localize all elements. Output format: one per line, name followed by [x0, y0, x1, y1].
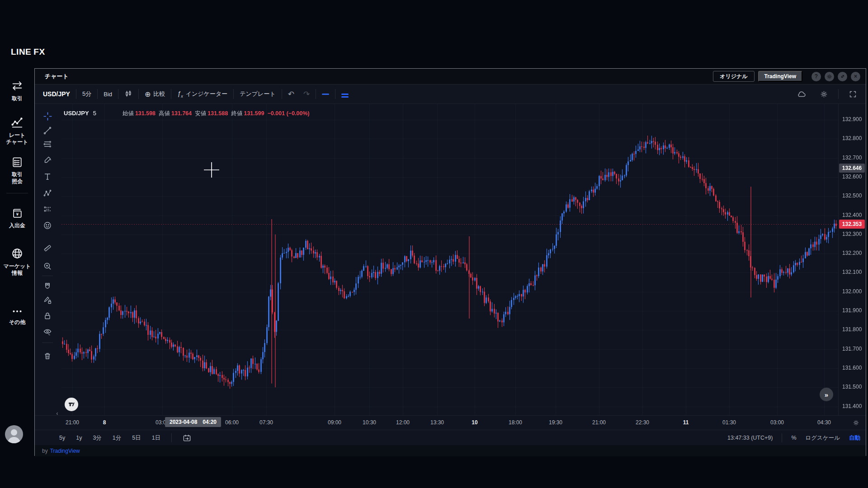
time-tick: 10	[472, 419, 477, 426]
open-value: 131.598	[135, 110, 156, 117]
brush-tool-icon[interactable]	[42, 155, 52, 165]
globe-icon	[10, 247, 24, 260]
time-tick: 01:30	[722, 419, 736, 426]
time-axis[interactable]: 21:00803:0006:0007:3009:0010:3012:0013:3…	[35, 415, 866, 430]
legend-symbol[interactable]: USD/JPY	[64, 110, 89, 117]
tradingview-link[interactable]: TradingView	[50, 448, 80, 454]
chart-toolbar: USD/JPY 5分 Bid ⊕ 比較 ƒx インジケーター テンプレート ↶ …	[35, 84, 866, 104]
price-axis[interactable]: 132.900132.800132.700132.600132.500132.4…	[838, 104, 866, 415]
horizontal-line-icon	[322, 94, 329, 95]
gear-icon[interactable]	[825, 72, 834, 81]
drawing-mode-lock-icon[interactable]	[42, 295, 52, 305]
cloud-icon[interactable]	[792, 90, 811, 98]
gann-fib-tool-icon[interactable]	[42, 139, 52, 149]
footer-by-text: by	[42, 448, 48, 454]
emoji-tool-icon[interactable]	[42, 221, 52, 230]
time-tick: 03:00	[770, 419, 784, 426]
chart-panel: チャート オリジナル TradingView ? × USD/JPY 5分 Bi…	[34, 68, 866, 456]
person-icon	[5, 425, 23, 443]
candle-style-button[interactable]	[120, 90, 137, 98]
price-tick: 131.700	[842, 346, 862, 352]
wallet-yen-icon: ¥	[11, 207, 24, 220]
price-tick: 132.000	[842, 288, 862, 295]
magnet-tool-icon[interactable]	[42, 282, 52, 291]
range-1d-button[interactable]: 1日	[152, 434, 160, 442]
time-tick: 09:00	[328, 419, 341, 426]
high-value: 131.764	[171, 110, 192, 117]
layout-button[interactable]	[337, 91, 353, 98]
interval-button[interactable]: 5分	[78, 90, 96, 98]
double-line-icon	[341, 94, 349, 95]
price-tick: 132.500	[842, 192, 862, 199]
sidebar-item-trade[interactable]: 取引	[0, 79, 34, 102]
time-tick: 10:30	[363, 419, 376, 426]
chart-area[interactable]: USD/JPY 5 始値131.598 高値131.764 安値131.588 …	[35, 104, 866, 456]
range-5d-button[interactable]: 5日	[132, 434, 141, 442]
close-icon[interactable]: ×	[851, 72, 860, 81]
toolbar-right	[792, 84, 861, 103]
scroll-right-chevron-button[interactable]: »	[820, 388, 833, 401]
lock-all-tool-icon[interactable]	[42, 311, 52, 321]
auto-scale-button[interactable]: 自動	[849, 434, 860, 442]
undo-icon[interactable]: ↶	[283, 89, 299, 99]
measure-ruler-icon[interactable]	[42, 243, 52, 253]
tradingview-button[interactable]: TradingView	[758, 71, 802, 82]
percent-scale-button[interactable]: %	[791, 435, 796, 441]
fullscreen-icon[interactable]	[844, 90, 861, 98]
compare-button[interactable]: ⊕ 比較	[140, 90, 170, 99]
settings-gear-icon[interactable]	[816, 90, 832, 98]
goto-date-icon[interactable]	[183, 434, 191, 442]
redo-icon[interactable]: ↷	[299, 89, 314, 99]
price-tick: 132.900	[842, 116, 862, 122]
range-1m-button[interactable]: 1分	[113, 434, 121, 442]
close-value: 131.599	[244, 110, 264, 117]
symbol-button[interactable]: USD/JPY	[38, 90, 75, 98]
range-3m-button[interactable]: 3分	[93, 434, 101, 442]
price-tick: 131.500	[842, 384, 862, 390]
pattern-tool-icon[interactable]	[42, 188, 52, 198]
template-button[interactable]: テンプレート	[235, 90, 280, 98]
zoom-in-tool-icon[interactable]	[42, 261, 52, 271]
crosshair-tool-icon[interactable]	[42, 111, 52, 121]
trend-line-tool-icon[interactable]	[42, 126, 52, 136]
user-avatar[interactable]	[5, 425, 23, 443]
price-tick: 131.400	[842, 403, 862, 409]
price-type-button[interactable]: Bid	[99, 91, 117, 98]
indicators-button[interactable]: ƒx インジケーター	[173, 90, 232, 99]
sidebar-item-label: 入出金	[9, 222, 25, 229]
sidebar-item-label: 取引 照会	[12, 171, 23, 184]
text-tool-icon[interactable]	[42, 172, 52, 182]
collapse-toolbar-handle[interactable]: ‹	[55, 408, 60, 418]
popout-icon[interactable]	[838, 72, 847, 81]
sidebar-item-deposit[interactable]: ¥ 入出金	[0, 207, 34, 229]
hide-drawings-eye-icon[interactable]	[42, 327, 52, 337]
time-tick: 18:00	[509, 419, 522, 426]
log-scale-button[interactable]: ログスケール	[806, 434, 840, 442]
sidebar-item-market-info[interactable]: マーケット 情報	[0, 247, 34, 277]
tool-divider	[42, 343, 53, 343]
range-1y-button[interactable]: 1y	[76, 435, 82, 441]
price-tick: 131.800	[842, 326, 862, 333]
price-tick: 132.400	[842, 212, 862, 218]
range-5y-button[interactable]: 5y	[59, 435, 65, 441]
drawing-toolbar	[35, 104, 60, 415]
candlestick-chart-canvas[interactable]	[35, 104, 866, 415]
sidebar-item-rate-chart[interactable]: レート チャート	[0, 116, 34, 145]
position-tool-icon[interactable]	[42, 204, 52, 214]
tradingview-watermark-logo[interactable]	[65, 398, 78, 411]
transfer-arrows-icon	[10, 79, 24, 93]
sidebar-item-more[interactable]: その他	[0, 306, 34, 326]
panel-footer: by TradingView	[35, 445, 866, 456]
theme-sun-icon[interactable]	[853, 419, 859, 426]
help-icon[interactable]: ?	[811, 72, 821, 81]
line-style-button[interactable]	[317, 94, 334, 95]
candlestick-icon	[124, 90, 132, 98]
original-button[interactable]: オリジナル	[713, 71, 754, 82]
remove-drawings-trash-icon[interactable]	[42, 351, 52, 361]
time-tick: 8	[103, 419, 106, 426]
price-tick: 131.900	[842, 307, 862, 314]
time-tick: 19:30	[549, 419, 562, 426]
low-value: 131.588	[208, 110, 228, 117]
clock-utc[interactable]: 13:47:33 (UTC+9)	[727, 435, 773, 441]
sidebar-item-inquiry[interactable]: 取引 照会	[0, 156, 34, 185]
